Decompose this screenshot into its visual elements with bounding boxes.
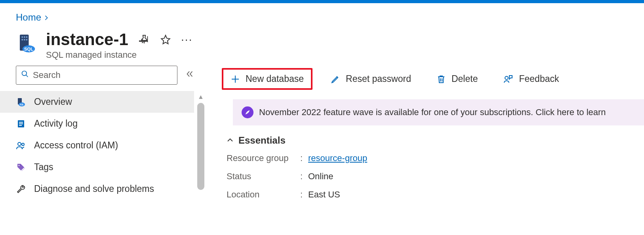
svg-text:SQL: SQL (20, 103, 24, 106)
button-label: New database (246, 74, 304, 84)
feedback-button[interactable]: Feedback (496, 70, 566, 88)
button-label: Feedback (519, 74, 559, 84)
sidebar: SQL Overview Activity log Access control… (16, 66, 194, 200)
svg-rect-3 (26, 36, 27, 38)
svg-rect-6 (26, 39, 27, 40)
kv-value: East US (308, 190, 340, 200)
svg-point-23 (505, 76, 508, 80)
sidebar-item-label: Overview (34, 97, 72, 107)
svg-rect-5 (24, 39, 25, 40)
collapse-sidebar-icon[interactable] (185, 70, 194, 81)
breadcrumb: Home (0, 3, 644, 26)
kv-value: resource-group (308, 153, 367, 163)
search-icon (21, 70, 29, 80)
chevron-right-icon (44, 12, 49, 23)
svg-rect-1 (22, 36, 23, 38)
banner-text: November 2022 feature wave is available … (259, 107, 606, 117)
essentials-table: Resource group : resource-group Status :… (227, 149, 644, 204)
kv-row-location: Location : East US (227, 186, 644, 204)
kv-label: Resource group (227, 153, 300, 163)
kv-label: Status (227, 171, 300, 182)
svg-point-19 (22, 143, 24, 146)
sidebar-item-label: Diagnose and solve problems (34, 184, 154, 194)
delete-button[interactable]: Delete (429, 70, 485, 88)
feedback-icon (503, 74, 513, 84)
essentials-heading: Essentials (238, 135, 286, 146)
breadcrumb-home[interactable]: Home (16, 12, 41, 23)
svg-rect-16 (19, 123, 23, 124)
page-title: instance-1 (46, 30, 128, 49)
svg-rect-2 (24, 36, 25, 38)
kv-row-resource-group: Resource group : resource-group (227, 149, 644, 167)
svg-rect-15 (19, 122, 23, 123)
command-bar: New database Reset password Delete Feedb… (222, 66, 644, 96)
wrench-icon (16, 184, 26, 194)
reset-password-button[interactable]: Reset password (324, 70, 418, 88)
people-icon (16, 140, 26, 151)
svg-rect-17 (19, 125, 22, 126)
pin-icon[interactable] (139, 34, 150, 45)
star-icon[interactable] (160, 34, 171, 45)
activity-log-icon (16, 119, 26, 129)
sidebar-item-overview[interactable]: SQL Overview (0, 91, 194, 113)
button-label: Delete (452, 74, 478, 84)
resource-type-label: SQL managed instance (46, 50, 192, 60)
more-icon[interactable]: ··· (181, 34, 192, 45)
tags-icon (16, 162, 26, 172)
sidebar-nav: SQL Overview Activity log Access control… (0, 91, 194, 200)
button-label: Reset password (346, 74, 411, 84)
scroll-up-arrow-icon[interactable]: ▲ (197, 93, 204, 100)
sidebar-search[interactable] (16, 66, 177, 85)
sidebar-item-label: Access control (IAM) (34, 140, 118, 151)
svg-point-9 (22, 71, 27, 76)
sidebar-scrollbar[interactable]: ▲ (197, 93, 204, 204)
search-input[interactable] (33, 70, 172, 80)
essentials-toggle[interactable]: Essentials (222, 132, 644, 149)
kv-label: Location (227, 190, 300, 200)
scroll-thumb[interactable] (197, 103, 204, 190)
new-database-button[interactable]: New database (222, 68, 312, 90)
sidebar-item-tags[interactable]: Tags (0, 156, 194, 178)
sql-instance-small-icon: SQL (16, 97, 26, 107)
kv-value: Online (308, 171, 333, 182)
feature-wave-banner[interactable]: November 2022 feature wave is available … (233, 99, 644, 125)
pencil-icon (331, 74, 340, 84)
svg-line-10 (26, 75, 28, 77)
svg-rect-4 (22, 39, 23, 40)
chevron-up-icon (227, 135, 234, 146)
top-accent-bar (0, 0, 644, 3)
sidebar-item-activity-log[interactable]: Activity log (0, 113, 194, 135)
main-content: New database Reset password Delete Feedb… (194, 66, 644, 204)
sidebar-item-access-control[interactable]: Access control (IAM) (0, 135, 194, 156)
rocket-icon (242, 106, 253, 118)
sidebar-item-label: Activity log (34, 118, 78, 129)
trash-icon (436, 74, 446, 84)
sidebar-item-diagnose[interactable]: Diagnose and solve problems (0, 178, 194, 200)
kv-row-status: Status : Online (227, 167, 644, 186)
sidebar-item-label: Tags (34, 162, 53, 172)
resource-header: SQL instance-1 ··· SQL managed instance (0, 26, 644, 63)
svg-point-18 (18, 142, 21, 146)
sql-managed-instance-icon: SQL (16, 32, 38, 55)
plus-icon (231, 74, 240, 84)
resource-group-link[interactable]: resource-group (308, 153, 367, 163)
svg-text:SQL: SQL (24, 47, 33, 51)
